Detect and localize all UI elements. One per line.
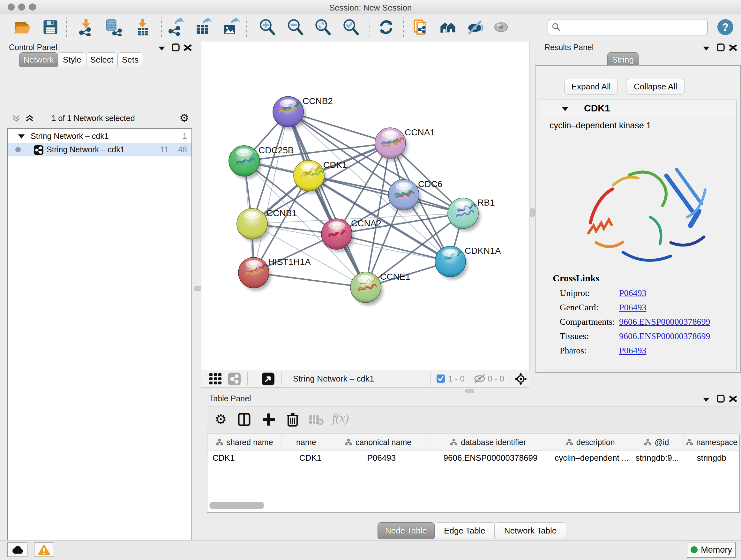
collection-expander-icon[interactable]: [17, 133, 25, 140]
add-column-icon[interactable]: [262, 413, 275, 426]
close-panel-icon[interactable]: [728, 395, 738, 403]
warnings-button[interactable]: [34, 543, 54, 557]
import-network-icon[interactable]: [77, 18, 95, 36]
tab-select[interactable]: Select: [86, 52, 118, 67]
svg-text:?: ?: [722, 21, 729, 33]
node-gloss: [399, 183, 409, 187]
show-hidden-icon[interactable]: [492, 18, 510, 36]
tab-network-table[interactable]: Network Table: [495, 522, 566, 539]
collapse-all-networks-icon[interactable]: [11, 114, 21, 123]
help-icon[interactable]: ?: [717, 18, 734, 36]
zoom-fit-icon[interactable]: [314, 18, 332, 36]
float-panel-icon[interactable]: [716, 395, 726, 403]
toolbar-separator: [369, 17, 370, 37]
column-header[interactable]: database identifier: [425, 434, 551, 450]
zoom-in-icon[interactable]: [259, 18, 276, 36]
crosslink-genecard-link[interactable]: P06493: [619, 302, 647, 313]
crosslink-compartments-link[interactable]: 9606.ENSP00000378699: [619, 317, 710, 327]
network-view-icon[interactable]: [228, 373, 241, 385]
node-label-HIST1H1A: HIST1H1A: [268, 257, 311, 267]
cloud-status-button[interactable]: [7, 543, 27, 557]
hierarchy-icon: [644, 439, 652, 446]
collapse-all-button[interactable]: Collapse All: [626, 79, 685, 95]
search-input[interactable]: [563, 21, 704, 33]
tab-network[interactable]: Network: [19, 52, 58, 67]
panel-menu-icon[interactable]: [701, 395, 711, 403]
search-icon: [551, 22, 561, 32]
column-header[interactable]: @id: [629, 434, 684, 450]
network-options-gear-icon[interactable]: ⚙: [179, 112, 189, 123]
hierarchy-icon: [345, 439, 352, 446]
zoom-selected-icon[interactable]: [342, 18, 360, 36]
tab-sets[interactable]: Sets: [118, 52, 143, 67]
tab-node-table[interactable]: Node Table: [378, 522, 434, 539]
import-network-database-icon[interactable]: [105, 18, 122, 36]
refresh-icon[interactable]: [377, 18, 395, 36]
hierarchy-icon: [450, 439, 458, 446]
network-graph[interactable]: CCNB2CCNA1CDC25BCDK1CDC6RB1CCNB1CCNA2CDK…: [201, 42, 529, 370]
crosslink-uniprot-link[interactable]: P06493: [619, 288, 647, 298]
crosslink-pharos-link[interactable]: P06493: [619, 346, 647, 356]
tab-edge-table[interactable]: Edge Table: [434, 522, 495, 539]
close-panel-icon[interactable]: [183, 44, 192, 52]
network-row-selected[interactable]: String Network – cdk1 11 48: [8, 143, 192, 157]
open-folder-icon[interactable]: [13, 18, 31, 36]
network-state-dot: [15, 147, 21, 152]
export-table-icon[interactable]: [194, 18, 212, 36]
title-bar: Session: New Session: [0, 0, 741, 14]
results-panel-title: Results Panel: [544, 43, 594, 52]
column-header[interactable]: namespace: [684, 434, 739, 450]
protein-description: cyclin–dependent kinase 1: [549, 121, 651, 131]
birds-eye-view-icon[interactable]: [515, 373, 527, 385]
memory-status-dot: [690, 546, 697, 553]
selected-count-checkbox-icon[interactable]: [436, 374, 445, 383]
hide-selected-icon[interactable]: [467, 18, 484, 36]
panel-menu-icon[interactable]: [157, 44, 166, 52]
protein-expander-icon[interactable]: [561, 105, 569, 112]
node-label-CCNB2: CCNB2: [302, 96, 333, 106]
network-label: String Network – cdk1: [47, 145, 125, 154]
horizontal-scrollbar-thumb[interactable]: [209, 502, 264, 509]
float-panel-icon[interactable]: [171, 44, 181, 52]
zoom-out-icon[interactable]: [286, 18, 305, 36]
tab-style[interactable]: Style: [58, 52, 86, 67]
float-panel-icon[interactable]: [716, 44, 726, 52]
search-field: [548, 19, 708, 36]
function-builder-icon[interactable]: f(x): [332, 411, 349, 425]
delete-column-trash-icon[interactable]: [286, 412, 299, 427]
import-table-icon[interactable]: [134, 18, 151, 36]
node-label-RB1: RB1: [477, 198, 495, 207]
cloud-icon: [11, 545, 23, 554]
table-options-gear-icon[interactable]: ⚙: [215, 413, 227, 426]
column-header[interactable]: shared name: [207, 434, 281, 450]
network-canvas[interactable]: CCNB2CCNA1CDC25BCDK1CDC6RB1CCNB1CCNA2CDK…: [201, 42, 530, 370]
close-panel-icon[interactable]: [728, 44, 738, 52]
expand-all-networks-icon[interactable]: [25, 114, 35, 123]
network-collection-row[interactable]: String Network – cdk1 1: [8, 130, 192, 143]
save-session-icon[interactable]: [42, 18, 59, 36]
export-network-icon[interactable]: [166, 18, 185, 36]
collection-label: String Network – cdk1: [30, 132, 109, 141]
hierarchy-icon: [685, 439, 693, 446]
crosslink-tissues-link[interactable]: 9606.ENSP00000378699: [619, 331, 710, 341]
duplicate-network-icon[interactable]: [412, 18, 429, 36]
expand-all-button[interactable]: Expand All: [564, 79, 618, 95]
show-all-networks-icon[interactable]: [439, 18, 457, 36]
protein-header-row[interactable]: CDK1: [539, 100, 737, 117]
column-header[interactable]: canonical name: [331, 434, 425, 450]
grid-view-icon[interactable]: [209, 373, 223, 385]
export-image-icon[interactable]: [222, 18, 240, 36]
column-header[interactable]: name: [281, 434, 331, 450]
table-row[interactable]: CDK1 CDK1 P06493 9606.ENSP00000378699 cy…: [207, 450, 739, 465]
network-view-title: String Network – cdk1: [293, 374, 374, 384]
network-view-statusbar: String Network – cdk1 1 - 0 0 - 0: [201, 370, 529, 388]
delete-table-icon[interactable]: [309, 414, 324, 426]
memory-button[interactable]: Memory: [687, 542, 736, 558]
show-columns-icon[interactable]: [238, 413, 251, 426]
table-panel-title: Table Panel: [209, 394, 251, 403]
left-splitter-handle[interactable]: [194, 286, 202, 291]
detach-view-icon[interactable]: [262, 373, 274, 385]
column-header[interactable]: description: [551, 434, 629, 450]
panel-menu-icon[interactable]: [701, 44, 711, 52]
hidden-count-eye-icon[interactable]: [474, 374, 486, 383]
